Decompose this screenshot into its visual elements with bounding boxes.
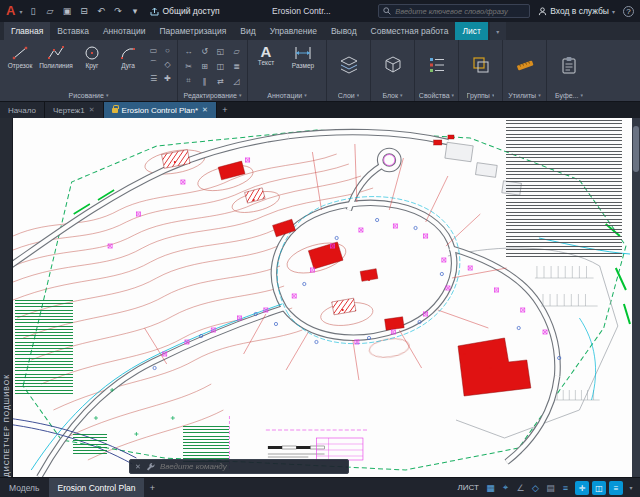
- panel-groups[interactable]: Группы ▾: [459, 40, 503, 101]
- move-tool-icon[interactable]: ↔: [181, 44, 196, 58]
- space-indicator-label[interactable]: ЛИСТ: [458, 478, 479, 497]
- model-tab[interactable]: Модель: [0, 478, 49, 497]
- panel-properties[interactable]: Свойства ▾: [415, 40, 459, 101]
- qat-save-icon[interactable]: ▣: [60, 6, 73, 16]
- close-icon[interactable]: ✕: [202, 106, 208, 114]
- panel-label-annotate[interactable]: Аннотации ▾: [251, 89, 323, 101]
- grid-toggle-icon[interactable]: ▦: [483, 478, 498, 497]
- new-drawing-tab-button[interactable]: +: [217, 102, 233, 118]
- autocad-logo-icon[interactable]: A: [6, 0, 15, 22]
- signin-button[interactable]: Вход в службы ▾: [534, 6, 619, 16]
- circle-button[interactable]: Круг: [75, 41, 109, 70]
- mirror-tool-icon[interactable]: ◫: [213, 59, 228, 73]
- green-annotation-block-bottom: [183, 426, 229, 462]
- scrollbar-thumb[interactable]: [633, 126, 639, 172]
- user-icon: [538, 7, 547, 16]
- line-button[interactable]: Отрезок: [3, 41, 37, 70]
- search-input[interactable]: [395, 7, 525, 16]
- drawing-viewport[interactable]: ✕: [13, 118, 632, 477]
- ribbon-tab-annotate[interactable]: Аннотации: [96, 22, 153, 40]
- trim-tool-icon[interactable]: ◱: [213, 44, 228, 58]
- line-label: Отрезок: [8, 63, 33, 70]
- doc-tab-erosion-control-plan[interactable]: Erosion Control Plan* ✕: [104, 102, 217, 118]
- osnap-toggle-icon[interactable]: ◇: [528, 478, 543, 497]
- panel-label-clipboard: Буфе... ▾: [555, 89, 583, 101]
- share-icon: [150, 7, 159, 16]
- panel-clipboard[interactable]: Буфе... ▾: [547, 40, 591, 101]
- command-close-icon[interactable]: ✕: [135, 463, 141, 471]
- polar-tracking-icon[interactable]: ∠: [513, 478, 528, 497]
- text-button[interactable]: А Текст: [251, 41, 281, 67]
- stretch-tool-icon[interactable]: ≣: [229, 59, 244, 73]
- ribbon-tab-collaborate[interactable]: Совместная работа: [364, 22, 456, 40]
- lineweight-toggle-icon[interactable]: ▤: [543, 478, 558, 497]
- sheet-set-manager-palette-tab[interactable]: ДИСПЕТЧЕР ПОДШИВОК: [0, 118, 13, 477]
- ribbon-tab-view[interactable]: Вид: [233, 22, 262, 40]
- copy-tool-icon[interactable]: ▱: [229, 44, 244, 58]
- customization-button[interactable]: ≡: [609, 481, 623, 495]
- doc-tab-drawing1[interactable]: Чертеж1 ✕: [45, 102, 104, 118]
- array-tool-icon[interactable]: ⊞: [197, 59, 212, 73]
- status-bar-menu-caret-icon[interactable]: ▾: [624, 478, 638, 497]
- qat-new-icon[interactable]: ▯: [26, 6, 39, 16]
- panel-caret-icon: ▾: [357, 92, 360, 98]
- rectangle-tool-icon[interactable]: ▭: [147, 44, 160, 57]
- qat-undo-icon[interactable]: ↶: [94, 6, 107, 16]
- dimension-button[interactable]: Размер: [283, 41, 323, 70]
- snap-toggle-icon[interactable]: ⌖: [498, 478, 513, 497]
- scissors-tool-icon[interactable]: ✂: [181, 59, 196, 73]
- arc-button[interactable]: Дуга: [111, 41, 145, 70]
- ribbon-tab-home[interactable]: Главная: [4, 22, 50, 40]
- fillet-tool-icon[interactable]: ◿: [229, 74, 244, 88]
- share-button[interactable]: Общий доступ: [145, 6, 224, 16]
- qat-redo-icon[interactable]: ↷: [111, 6, 124, 16]
- ellipse-tool-icon[interactable]: ○: [161, 44, 174, 57]
- panel-label-draw[interactable]: Рисование ▾: [3, 89, 174, 101]
- ribbon-tab-parametric[interactable]: Параметризация: [152, 22, 233, 40]
- ribbon-tab-insert[interactable]: Вставка: [50, 22, 96, 40]
- command-line[interactable]: ✕: [129, 459, 349, 474]
- layout-tab-erosion-control-plan[interactable]: Erosion Control Plan: [49, 478, 145, 497]
- polyline-icon: [47, 44, 65, 62]
- panel-label-modify[interactable]: Редактирование ▾: [181, 89, 244, 101]
- close-icon[interactable]: ✕: [89, 106, 95, 114]
- annotation-scale-icon[interactable]: ≡: [558, 478, 573, 497]
- arc-tool-icon[interactable]: ⌒: [147, 58, 160, 71]
- help-button[interactable]: ?: [623, 6, 634, 17]
- command-input[interactable]: [160, 462, 343, 471]
- offset-tool-icon[interactable]: ∥: [197, 74, 212, 88]
- isolate-objects-button[interactable]: ✛: [575, 481, 589, 495]
- ribbon-tab-output[interactable]: Вывод: [324, 22, 364, 40]
- qat-plot-icon[interactable]: ⊟: [77, 6, 90, 16]
- doc-tab-start[interactable]: Начало: [0, 102, 45, 118]
- scale-tool-icon[interactable]: ⌗: [181, 74, 196, 88]
- ribbon-tab-layout[interactable]: Лист: [455, 22, 487, 40]
- polygon-tool-icon[interactable]: ◇: [161, 58, 174, 71]
- panel-block[interactable]: Блок ▾: [371, 40, 415, 101]
- hardware-acceleration-button[interactable]: ◫: [592, 481, 606, 495]
- wrench-icon[interactable]: [146, 462, 155, 471]
- explode-tool-icon[interactable]: ⇄: [213, 74, 228, 88]
- new-layout-button[interactable]: +: [144, 478, 160, 497]
- panel-caret-icon: ▾: [304, 92, 307, 98]
- panel-utilities[interactable]: Утилиты ▾: [503, 40, 547, 101]
- point-tool-icon[interactable]: ✚: [161, 72, 174, 85]
- panel-label-layers: Слои ▾: [338, 89, 360, 101]
- arc-label: Дуга: [121, 63, 135, 70]
- rotate-tool-icon[interactable]: ↺: [197, 44, 212, 58]
- circle-icon: [83, 44, 101, 62]
- ribbon: Отрезок Полилиния Круг: [0, 40, 640, 102]
- ribbon-tab-manage[interactable]: Управление: [263, 22, 324, 40]
- app-menu-caret-icon[interactable]: ▾: [19, 8, 22, 15]
- panel-label-properties: Свойства ▾: [419, 89, 454, 101]
- polyline-button[interactable]: Полилиния: [39, 41, 73, 70]
- panel-layers[interactable]: Слои ▾: [327, 40, 371, 101]
- panel-draw: Отрезок Полилиния Круг: [0, 40, 178, 101]
- vertical-scrollbar[interactable]: [632, 118, 640, 477]
- help-search-box[interactable]: [378, 4, 530, 18]
- qat-customize-caret-icon[interactable]: ▾: [128, 6, 141, 16]
- ribbon-collapse-caret-icon[interactable]: ▾: [490, 22, 506, 40]
- qat-open-icon[interactable]: ▱: [43, 6, 56, 16]
- panel-caret-icon: ▾: [580, 92, 583, 98]
- hatch-tool-icon[interactable]: ☰: [147, 72, 160, 85]
